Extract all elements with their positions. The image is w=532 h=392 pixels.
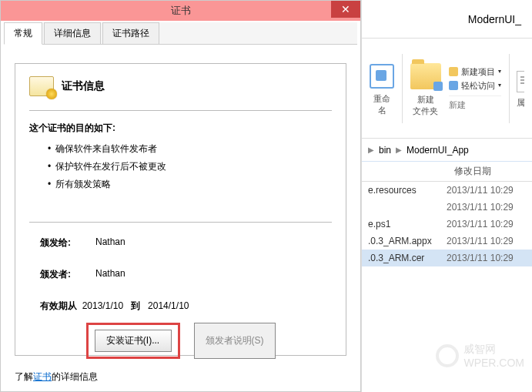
file-row[interactable]: e.ps12013/1/11 10:29 [362,216,532,233]
issued-to-label: 颁发给: [40,236,95,250]
cert-info-box: 证书信息 这个证书的目的如下: 确保软件来自软件发布者 保护软件在发行后不被更改… [15,63,346,356]
issued-by-label: 颁发者: [40,268,95,281]
list-item: 保护软件在发行后不被更改 [48,160,332,173]
annotation-highlight: 安装证书(I)... [86,323,180,359]
rename-label[interactable]: 重命名 [370,93,394,116]
certificate-icon [29,76,54,96]
chevron-right-icon[interactable]: ▶ [396,146,402,154]
tab-content: 证书信息 这个证书的目的如下: 确保软件来自软件发布者 保护软件在发行后不被更改… [1,45,360,364]
valid-to: 2014/1/10 [148,300,189,311]
tab-strip: 常规 详细信息 证书路径 [4,22,357,45]
watermark: 威智网 WPER.COM [436,343,524,369]
ribbon-group-label: 新建 [449,95,501,112]
list-item: 所有颁发策略 [48,178,332,191]
tab-details[interactable]: 详细信息 [44,22,101,44]
tab-general[interactable]: 常规 [4,22,42,45]
cert-help-link[interactable]: 证书 [33,371,52,382]
column-headers[interactable]: 修改日期 [362,162,532,182]
new-item-button[interactable]: 新建项目 ▾ [449,65,501,79]
chevron-right-icon[interactable]: ▶ [368,146,374,154]
breadcrumb-item[interactable]: ModernUI_App [407,145,469,156]
properties-icon[interactable] [517,71,524,92]
logo-icon [436,344,459,367]
new-folder-label[interactable]: 新建 文件夹 [410,94,441,117]
list-item: 确保软件来自软件发布者 [48,142,332,156]
cert-info-label: 证书信息 [62,79,105,93]
explorer-title: ModernUI_ [362,0,532,39]
file-row[interactable]: .0.3_ARM.appx2013/1/11 10:29 [362,233,532,250]
learn-more-link: 了解证书的详细信息 [15,370,98,384]
breadcrumb-item[interactable]: bin [379,145,391,156]
purpose-list: 确保软件来自软件发布者 保护软件在发行后不被更改 所有颁发策略 [29,142,332,191]
file-row[interactable]: 2013/1/11 10:29 [362,199,532,216]
tab-cert-path[interactable]: 证书路径 [102,22,159,44]
file-row[interactable]: .0.3_ARM.cer2013/1/11 10:29 [362,250,532,266]
issuer-statement-button[interactable]: 颁发者说明(S) [194,323,276,359]
valid-from: 2013/1/10 [82,300,123,311]
col-date-header[interactable]: 修改日期 [447,165,491,178]
install-cert-button[interactable]: 安装证书(I)... [95,330,172,352]
issued-to-value: Nathan [95,236,125,250]
issued-by-value: Nathan [95,268,125,281]
certificate-dialog: 证书 ✕ 常规 详细信息 证书路径 证书信息 这个证书的目的如下: 确保软件来自… [0,0,361,392]
validity-row: 有效期从 2013/1/10 到 2014/1/10 [29,300,332,313]
rename-icon[interactable] [370,64,394,89]
dialog-title: 证书 [171,4,191,18]
close-button[interactable]: ✕ [331,1,360,18]
new-folder-icon[interactable] [410,63,441,89]
titlebar[interactable]: 证书 ✕ [1,1,360,21]
purpose-heading: 这个证书的目的如下: [29,122,332,135]
explorer-window: ModernUI_ 重命名 新建 文件夹 新建项目 ▾ 轻松访问 ▾ 新建 属 … [361,0,532,392]
file-row[interactable]: e.resources2013/1/11 10:29 [362,182,532,199]
easy-access-button[interactable]: 轻松访问 ▾ [449,79,501,92]
ribbon: 重命名 新建 文件夹 新建项目 ▾ 轻松访问 ▾ 新建 属 [362,39,532,139]
breadcrumb[interactable]: ▶ bin ▶ ModernUI_App [362,139,532,162]
file-list: e.resources2013/1/11 10:29 2013/1/11 10:… [362,182,532,266]
